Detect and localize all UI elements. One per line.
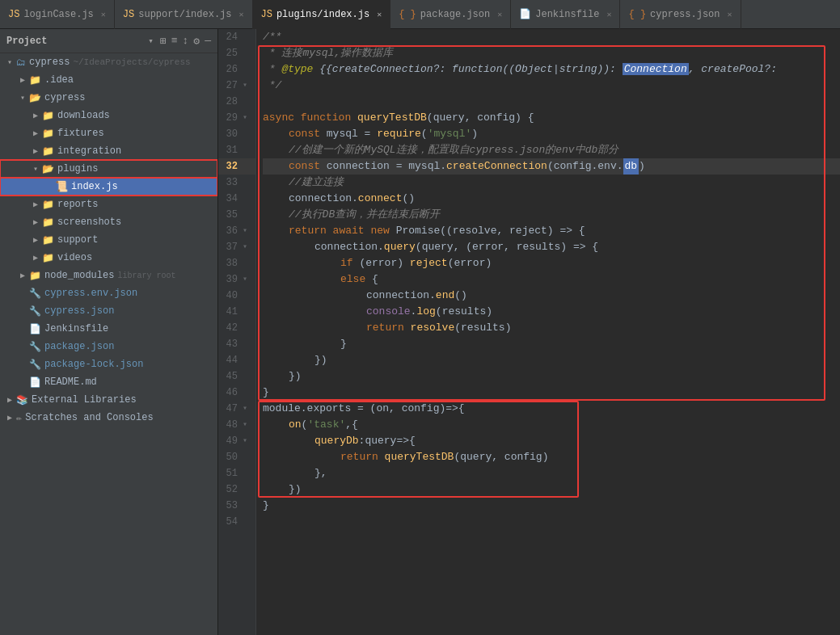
sidebar-item-integration[interactable]: ▶ 📁 integration	[0, 142, 217, 160]
file-icon: 📄	[519, 8, 531, 20]
sidebar-item-cypress-dir[interactable]: ▾ 📂 cypress	[0, 89, 217, 107]
minimize-icon[interactable]: —	[205, 35, 211, 47]
sidebar-item-reports[interactable]: ▶ 📁 reports	[0, 196, 217, 213]
sidebar-item-cypress-json[interactable]: 🔧 cypress.json	[0, 302, 217, 320]
code-line-38: if (error) reject(error)	[263, 255, 840, 271]
arrow-icon: ▾	[16, 93, 29, 103]
sidebar-item-readme[interactable]: 📄 README.md	[0, 373, 217, 391]
code-line-49: queryDb:query=>{	[263, 433, 840, 449]
arrow-icon: ▶	[29, 128, 42, 138]
folder-icon: 📁	[42, 217, 54, 229]
tab-pluginsIndex[interactable]: JS plugins/index.js ✕	[253, 0, 391, 29]
folder-icon: 📁	[29, 74, 41, 86]
tab-supportIndex[interactable]: JS support/index.js ✕	[115, 0, 253, 29]
code-line-30: const mysql = require('mysql')	[263, 126, 840, 142]
code-line-33: //建立连接	[263, 175, 840, 191]
code-line-48: on('task',{	[263, 417, 840, 433]
folder-icon: 📁	[42, 145, 54, 158]
code-line-39: else {	[263, 271, 840, 288]
sidebar: Project ▾ ⊞ ≡ ↕ ⚙ — ▾ 🗂 cypress ~/IdeaPr…	[0, 29, 218, 635]
align-icon[interactable]: ≡	[171, 35, 178, 47]
arrow-icon: ▶	[29, 253, 42, 263]
path-label: ~/IdeaProjects/cypress	[73, 57, 190, 67]
config-icon: 🔧	[29, 288, 41, 300]
code-line-36: return await new Promise((resolve, rejec…	[263, 223, 840, 239]
folder-icon: 📁	[42, 199, 54, 211]
code-line-25: * 连接mysql,操作数据库	[263, 45, 840, 61]
arrow-icon: ▶	[29, 146, 42, 156]
pkg-icon: { }	[399, 9, 416, 20]
tab-close-icon[interactable]: ✕	[497, 10, 502, 19]
config-icon: 🔧	[29, 341, 41, 353]
sidebar-item-screenshots[interactable]: ▶ 📁 screenshots	[0, 213, 217, 231]
gear-icon[interactable]: ⊞	[160, 35, 167, 48]
tab-close-icon[interactable]: ✕	[377, 10, 382, 19]
main-layout: Project ▾ ⊞ ≡ ↕ ⚙ — ▾ 🗂 cypress ~/IdeaPr…	[0, 29, 840, 635]
code-line-43: }	[263, 336, 840, 352]
item-label: External Libraries	[32, 394, 137, 406]
arrow-icon: ▾	[29, 164, 42, 174]
sidebar-item-node-modules[interactable]: ▶ 📁 node_modules library root	[0, 267, 217, 284]
code-line-34: connection.connect()	[263, 191, 840, 207]
file-icon: 📄	[29, 376, 41, 389]
tab-close-icon[interactable]: ✕	[606, 10, 611, 19]
sidebar-item-index-js[interactable]: 📜 index.js	[0, 178, 217, 196]
arrow-icon: ▶	[29, 200, 42, 209]
folder-icon: 📁	[42, 128, 54, 140]
sidebar-item-idea[interactable]: ▶ 📁 .idea	[0, 71, 217, 89]
tab-loginCase[interactable]: JS loginCase.js ✕	[0, 0, 115, 29]
sidebar-header: Project ▾ ⊞ ≡ ↕ ⚙ —	[0, 29, 217, 53]
sort-icon[interactable]: ↕	[183, 35, 189, 47]
sidebar-item-plugins[interactable]: ▾ 📂 plugins	[0, 160, 217, 178]
sidebar-item-fixtures[interactable]: ▶ 📁 fixtures	[0, 124, 217, 142]
tab-close-icon[interactable]: ✕	[728, 10, 732, 19]
code-line-26: * @type {{createConnection?: function((O…	[263, 61, 840, 78]
tab-label: Jenkinsfile	[535, 9, 599, 20]
sidebar-item-support[interactable]: ▶ 📁 support	[0, 231, 217, 249]
js-icon: 📜	[55, 180, 68, 193]
tab-label: support/index.js	[138, 9, 231, 20]
sidebar-item-cypress-root[interactable]: ▾ 🗂 cypress ~/IdeaProjects/cypress	[0, 53, 217, 71]
sidebar-item-scratches[interactable]: ▶ ✏ Scratches and Consoles	[0, 409, 217, 427]
sidebar-item-cypress-env-json[interactable]: 🔧 cypress.env.json	[0, 284, 217, 302]
item-label: index.js	[71, 181, 118, 192]
tab-jenkinsfile[interactable]: 📄 Jenkinsfile ✕	[511, 0, 620, 29]
item-label: Scratches and Consoles	[25, 412, 153, 423]
sidebar-item-external-libraries[interactable]: ▶ 📚 External Libraries	[0, 391, 217, 409]
tab-close-icon[interactable]: ✕	[238, 10, 243, 19]
config-icon: 🔧	[29, 359, 41, 371]
item-label: Jenkinsfile	[44, 323, 108, 334]
code-line-50: return queryTestDB(query, config)	[263, 449, 840, 465]
sidebar-item-package-json[interactable]: 🔧 package.json	[0, 338, 217, 355]
code-container[interactable]: 24 25 26 27▾ 28 29▾ 30 31 32 33 34 35 36…	[218, 29, 840, 635]
dropdown-icon[interactable]: ▾	[148, 36, 154, 46]
editor-area: 24 25 26 27▾ 28 29▾ 30 31 32 33 34 35 36…	[218, 29, 840, 635]
code-line-51: },	[263, 465, 840, 482]
arrow-icon: ▶	[16, 271, 29, 280]
settings-icon[interactable]: ⚙	[193, 35, 200, 48]
item-label: videos	[57, 252, 92, 263]
tab-cypressJson[interactable]: { } cypress.json ✕	[620, 0, 741, 29]
code-line-32: const connection = mysql.createConnectio…	[263, 158, 840, 175]
item-label: package.json	[44, 341, 114, 352]
item-label: cypress.env.json	[44, 288, 137, 299]
item-label: .idea	[44, 74, 74, 86]
item-label: fixtures	[57, 128, 104, 139]
item-label: package-lock.json	[44, 359, 143, 370]
sidebar-item-package-lock-json[interactable]: 🔧 package-lock.json	[0, 355, 217, 373]
item-label: node_modules	[44, 270, 114, 281]
arrow-icon: ▶	[29, 111, 42, 120]
code-lines[interactable]: /** * 连接mysql,操作数据库 * @type {{createConn…	[256, 29, 840, 635]
sidebar-item-jenkinsfile[interactable]: 📄 Jenkinsfile	[0, 320, 217, 338]
code-line-46: }	[263, 385, 840, 401]
code-line-42: return resolve(results)	[263, 320, 840, 336]
arrow-icon: ▶	[29, 235, 42, 245]
tab-bar: JS loginCase.js ✕ JS support/index.js ✕ …	[0, 0, 840, 29]
sidebar-item-downloads[interactable]: ▶ 📁 downloads	[0, 107, 217, 124]
folder-open-icon: 📂	[42, 163, 54, 175]
tab-packageJson[interactable]: { } package.json ✕	[390, 0, 511, 29]
arrow-icon: ▾	[3, 57, 16, 67]
code-line-41: console.log(results)	[263, 304, 840, 320]
tab-close-icon[interactable]: ✕	[101, 10, 106, 19]
sidebar-item-videos[interactable]: ▶ 📁 videos	[0, 249, 217, 267]
